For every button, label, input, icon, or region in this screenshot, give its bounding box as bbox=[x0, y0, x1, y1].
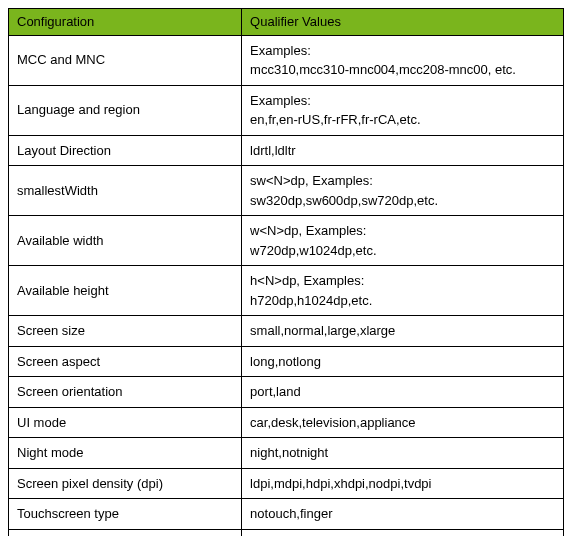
table-row: Screen orientationport,land bbox=[9, 377, 564, 408]
cell-values: sw<N>dp, Examples:sw320dp,sw600dp,sw720d… bbox=[242, 166, 564, 216]
table-row: Layout Directionldrtl,ldltr bbox=[9, 135, 564, 166]
table-row: Language and regionExamples:en,fr,en-rUS… bbox=[9, 85, 564, 135]
cell-values: small,normal,large,xlarge bbox=[242, 316, 564, 347]
table-row: Screen sizesmall,normal,large,xlarge bbox=[9, 316, 564, 347]
cell-config: Screen pixel density (dpi) bbox=[9, 468, 242, 499]
table-row: smallestWidthsw<N>dp, Examples:sw320dp,s… bbox=[9, 166, 564, 216]
cell-config: Touchscreen type bbox=[9, 499, 242, 530]
cell-values: night,notnight bbox=[242, 438, 564, 469]
cell-values: ldrtl,ldltr bbox=[242, 135, 564, 166]
table-row: Night modenight,notnight bbox=[9, 438, 564, 469]
header-values: Qualifier Values bbox=[242, 9, 564, 36]
cell-config: smallestWidth bbox=[9, 166, 242, 216]
table-row: UI modecar,desk,television,appliance bbox=[9, 407, 564, 438]
cell-values: notouch,finger bbox=[242, 499, 564, 530]
header-config: Configuration bbox=[9, 9, 242, 36]
table-row: Keyboard availabilitykeysexposed,keyshid… bbox=[9, 529, 564, 536]
cell-values: h<N>dp, Examples:h720dp,h1024dp,etc. bbox=[242, 266, 564, 316]
cell-config: Layout Direction bbox=[9, 135, 242, 166]
cell-config: Screen aspect bbox=[9, 346, 242, 377]
cell-config: MCC and MNC bbox=[9, 35, 242, 85]
cell-values: port,land bbox=[242, 377, 564, 408]
cell-config: Keyboard availability bbox=[9, 529, 242, 536]
cell-config: Available height bbox=[9, 266, 242, 316]
cell-values: w<N>dp, Examples:w720dp,w1024dp,etc. bbox=[242, 216, 564, 266]
cell-config: UI mode bbox=[9, 407, 242, 438]
cell-values: keysexposed,keyshidden,keyssoft bbox=[242, 529, 564, 536]
cell-config: Screen size bbox=[9, 316, 242, 347]
table-row: Screen aspectlong,notlong bbox=[9, 346, 564, 377]
table-row: MCC and MNCExamples:mcc310,mcc310-mnc004… bbox=[9, 35, 564, 85]
cell-values: long,notlong bbox=[242, 346, 564, 377]
qualifier-table: Configuration Qualifier Values MCC and M… bbox=[8, 8, 564, 536]
table-row: Available widthw<N>dp, Examples:w720dp,w… bbox=[9, 216, 564, 266]
table-row: Screen pixel density (dpi)ldpi,mdpi,hdpi… bbox=[9, 468, 564, 499]
cell-config: Available width bbox=[9, 216, 242, 266]
cell-config: Screen orientation bbox=[9, 377, 242, 408]
cell-config: Night mode bbox=[9, 438, 242, 469]
cell-values: ldpi,mdpi,hdpi,xhdpi,nodpi,tvdpi bbox=[242, 468, 564, 499]
table-row: Touchscreen typenotouch,finger bbox=[9, 499, 564, 530]
cell-values: car,desk,television,appliance bbox=[242, 407, 564, 438]
cell-values: Examples:en,fr,en-rUS,fr-rFR,fr-rCA,etc. bbox=[242, 85, 564, 135]
cell-config: Language and region bbox=[9, 85, 242, 135]
table-row: Available heighth<N>dp, Examples:h720dp,… bbox=[9, 266, 564, 316]
table-header-row: Configuration Qualifier Values bbox=[9, 9, 564, 36]
cell-values: Examples:mcc310,mcc310-mnc004,mcc208-mnc… bbox=[242, 35, 564, 85]
